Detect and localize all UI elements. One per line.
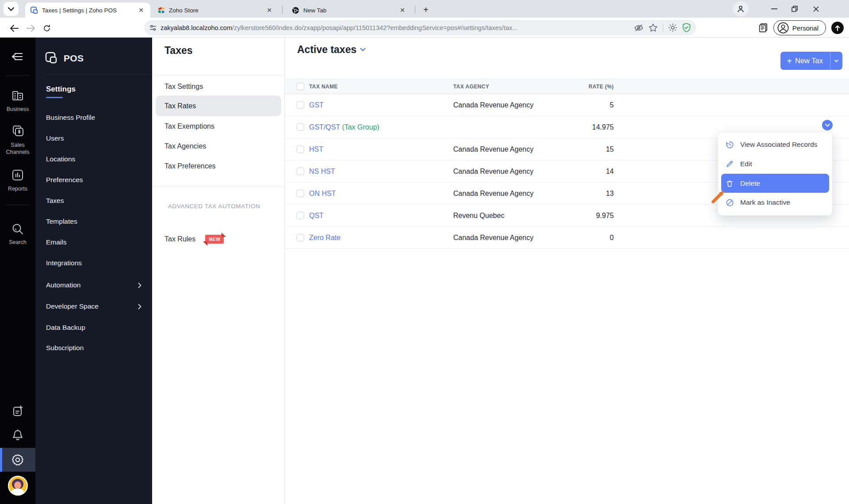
tax-group-suffix: (Tax Group) — [340, 123, 379, 131]
invite-user-button[interactable] — [0, 405, 35, 418]
column-header-rate: RATE (%) — [585, 84, 614, 90]
tab-close-icon[interactable]: ✕ — [265, 6, 273, 14]
tax-name-link[interactable]: GST/QST (Tax Group) — [309, 123, 453, 131]
sidebar-item-subscription[interactable]: Subscription — [46, 344, 142, 352]
sidebar-item-label: Subscription — [46, 344, 84, 352]
browser-update-button[interactable] — [831, 22, 844, 34]
brightness-icon[interactable] — [669, 23, 677, 32]
panel-item-tax-rates-selected[interactable]: Tax Rates — [156, 95, 281, 116]
sidebar-item-data-backup[interactable]: Data Backup — [46, 324, 142, 332]
panel-item-tax-settings[interactable]: Tax Settings — [164, 83, 272, 91]
new-tax-split-button: + New Tax — [780, 52, 842, 70]
panel-item-tax-agencies[interactable]: Tax Agencies — [164, 142, 272, 150]
sidebar-item-integrations[interactable]: Integrations — [46, 259, 142, 267]
menu-item-edit[interactable]: Edit — [718, 154, 832, 174]
row-checkbox[interactable] — [297, 123, 304, 131]
menu-item-mark-as-inactive[interactable]: Mark as Inactive — [718, 193, 832, 212]
sidebar-item-automation[interactable]: Automation — [46, 281, 142, 289]
chrome-profile-button[interactable] — [733, 1, 749, 16]
row-checkbox[interactable] — [297, 190, 304, 197]
reading-list-icon[interactable] — [758, 23, 768, 33]
new-tax-dropdown-button[interactable] — [830, 52, 842, 70]
menu-item-delete[interactable]: Delete — [721, 174, 829, 193]
sidebar-item-templates[interactable]: Templates — [46, 218, 142, 225]
panel-divider — [152, 187, 285, 187]
window-restore-button[interactable] — [784, 0, 805, 18]
window-minimize-button[interactable] — [764, 0, 784, 18]
bookmark-star-icon[interactable] — [649, 23, 658, 32]
search-icon — [11, 222, 24, 236]
tax-agency-cell: Revenu Quebec — [453, 212, 585, 220]
user-avatar[interactable] — [8, 476, 28, 496]
tax-rate-cell: 15 — [585, 145, 614, 153]
panel-item-tax-rules[interactable]: Tax Rules NEW — [164, 235, 224, 244]
browser-tab-strip: Taxes | Settings | Zoho POS ✕ Zoho Store… — [0, 0, 849, 18]
new-tax-label: New Tax — [795, 57, 823, 65]
tab-taxes-settings[interactable]: Taxes | Settings | Zoho POS ✕ — [25, 3, 150, 18]
url-bar[interactable]: zakyalab8.localzoho.com/zylkerstore560/i… — [144, 20, 696, 35]
column-header-tax-name: TAX NAME — [309, 84, 453, 90]
menu-item-label: Delete — [740, 179, 760, 187]
window-close-button[interactable] — [806, 0, 826, 18]
row-actions-button[interactable] — [822, 120, 833, 130]
pencil-icon — [725, 160, 734, 168]
settings-rail-button[interactable] — [0, 448, 35, 472]
rail-item-reports[interactable]: Reports — [0, 168, 35, 192]
row-checkbox[interactable] — [297, 212, 304, 219]
tax-name: GST/QST — [309, 123, 340, 131]
row-checkbox[interactable] — [297, 168, 304, 175]
tax-name-link[interactable]: GST — [309, 101, 453, 109]
sidebar-item-business-profile[interactable]: Business Profile — [46, 114, 142, 122]
security-shield-icon[interactable] — [682, 23, 691, 32]
tab-search-button[interactable] — [4, 2, 19, 16]
browser-profile-pill[interactable]: Personal — [773, 20, 826, 35]
chevron-right-icon — [138, 304, 142, 309]
tax-rates-main: Active taxes + New Tax TAX NAME TAX AGEN… — [285, 38, 849, 504]
new-tab-button[interactable]: + — [419, 4, 432, 16]
tab-close-icon[interactable]: ✕ — [137, 6, 145, 14]
rail-item-sales-channels[interactable]: Sales Channels — [0, 124, 35, 156]
tax-name-link[interactable]: QST — [309, 212, 453, 220]
collapse-sidebar-button[interactable] — [0, 50, 35, 63]
tax-agency-cell: Canada Revenue Agency — [453, 168, 585, 176]
tax-name-link[interactable]: Zero Rate — [309, 234, 453, 242]
back-button[interactable] — [7, 21, 22, 36]
forward-button[interactable] — [23, 21, 38, 36]
tax-rate-cell: 14.975 — [585, 123, 614, 131]
chevron-down-icon — [825, 124, 830, 127]
eye-off-icon[interactable] — [634, 24, 643, 32]
reload-button[interactable] — [39, 21, 54, 36]
sidebar-item-taxes[interactable]: Taxes — [46, 197, 142, 205]
panel-item-tax-preferences[interactable]: Tax Preferences — [164, 162, 272, 170]
tab-zoho-store[interactable]: Zoho Store ✕ — [153, 3, 279, 18]
rail-item-label: Sales Channels — [4, 141, 32, 156]
url-path: /zylkerstore560/index.do/zxapp/posapi/ap… — [232, 24, 518, 31]
sidebar-item-emails[interactable]: Emails — [46, 238, 142, 246]
new-tax-button[interactable]: + New Tax — [780, 52, 830, 70]
sidebar-item-users[interactable]: Users — [46, 134, 142, 142]
panel-item-tax-exemptions[interactable]: Tax Exemptions — [164, 122, 272, 130]
tax-name-link[interactable]: ON HST — [309, 190, 453, 198]
chromium-favicon — [292, 7, 299, 14]
tab-title: Taxes | Settings | Zoho POS — [42, 7, 117, 14]
tax-name-link[interactable]: NS HST — [309, 168, 453, 176]
row-checkbox[interactable] — [297, 101, 304, 109]
active-taxes-selector[interactable]: Active taxes — [297, 44, 366, 56]
menu-item-view-associated-records[interactable]: View Associated Records — [718, 135, 832, 154]
tax-name-link[interactable]: HST — [309, 145, 453, 153]
row-checkbox[interactable] — [297, 145, 304, 153]
notifications-button[interactable] — [0, 429, 35, 442]
rail-item-label: Business — [7, 106, 29, 113]
sidebar-item-label: Developer Space — [46, 302, 99, 310]
sidebar-item-locations[interactable]: Locations — [46, 155, 142, 163]
tab-new-tab[interactable]: New Tab ✕ — [287, 3, 412, 18]
tab-title: Zoho Store — [169, 7, 199, 14]
sidebar-item-developer-space[interactable]: Developer Space — [46, 302, 142, 310]
rail-item-business[interactable]: Business — [0, 88, 35, 113]
row-checkbox[interactable] — [297, 234, 304, 241]
tab-close-icon[interactable]: ✕ — [398, 6, 406, 14]
select-all-checkbox[interactable] — [297, 83, 304, 90]
rail-item-search[interactable]: Search — [0, 222, 35, 246]
sidebar-item-preferences[interactable]: Preferences — [46, 176, 142, 184]
profile-label: Personal — [792, 24, 818, 32]
